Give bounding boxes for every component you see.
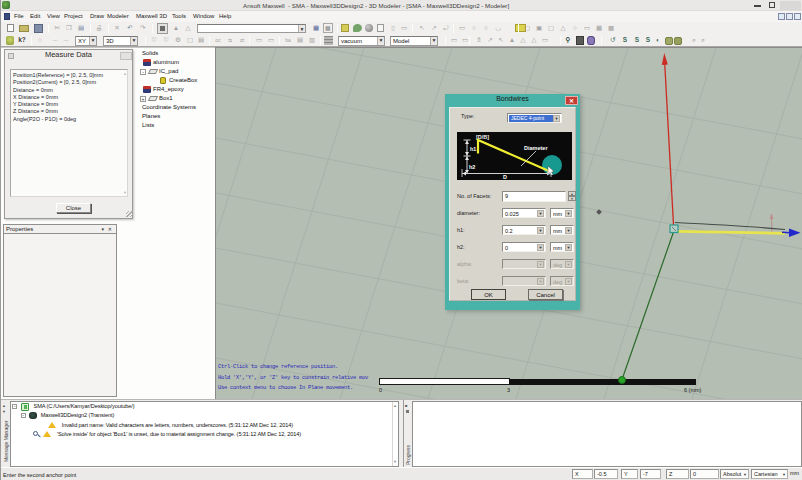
svg-text:D: D [503, 174, 507, 180]
svg-text:Diameter: Diameter [524, 145, 548, 151]
svg-text:h1: h1 [470, 146, 476, 152]
svg-text:h2: h2 [469, 164, 475, 170]
